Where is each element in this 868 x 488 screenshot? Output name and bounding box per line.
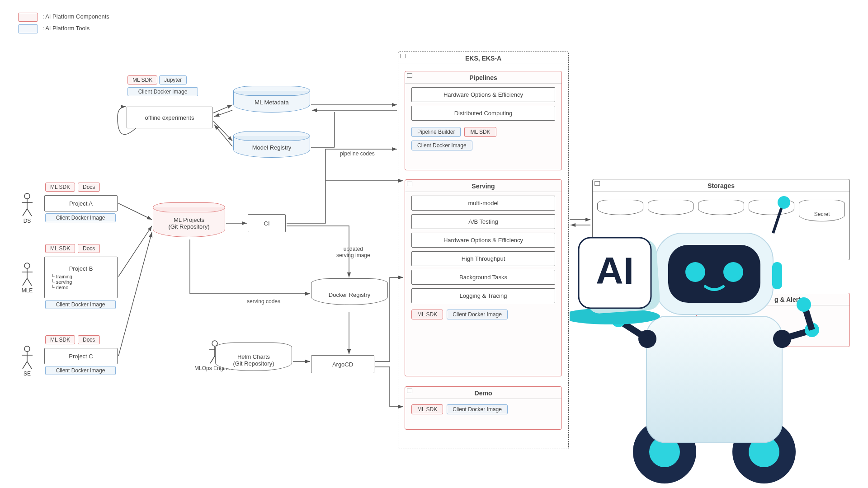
serving-item-throughput: High Throughput: [411, 251, 555, 266]
actor-mle: MLE: [18, 262, 36, 294]
svg-line-28: [118, 203, 152, 220]
label-serving-codes: serving codes: [247, 298, 280, 305]
ml-projects-cylinder: ML Projects (Git Repository): [153, 202, 225, 237]
actor-se: SE: [18, 345, 36, 377]
serving-cluster: Serving multi-model A/B Testing Hardware…: [405, 179, 562, 376]
svg-text:AI: AI: [596, 249, 634, 292]
notch-icon: [400, 54, 406, 58]
project-c-box: Project C: [44, 348, 118, 364]
project-b-label: Project B: [69, 265, 93, 272]
project-b-sub-demo: demo: [56, 285, 69, 290]
ml-projects-label: ML Projects (Git Repository): [168, 216, 209, 230]
svg-line-21: [214, 110, 232, 117]
ml-metadata-cylinder: ML Metadata: [233, 86, 310, 113]
svg-point-43: [685, 262, 705, 282]
legend-tools: : AI Platform Tools: [18, 24, 109, 33]
label-updated-serving: updated serving image: [336, 246, 370, 258]
eks-cluster: EKS, EKS-A Pipelines Hardware Options & …: [398, 52, 569, 449]
project-c-label: Project C: [69, 353, 93, 360]
svg-rect-42: [668, 245, 760, 303]
project-b-docker: Client Docker Image: [45, 300, 116, 309]
pipelines-item-hardware: Hardware Options & Efficiency: [411, 87, 555, 102]
actor-se-label: SE: [24, 371, 31, 377]
argocd-label: ArgoCD: [332, 361, 353, 368]
svg-line-45: [773, 206, 782, 233]
svg-line-20: [213, 105, 232, 113]
tag-ml-sdk: ML SDK: [127, 75, 157, 84]
demo-title: Demo: [405, 387, 561, 399]
legend-components: : AI Platform Components: [18, 13, 109, 22]
demo-docker-tag: Client Docker Image: [447, 404, 508, 414]
project-a-docs: Docs: [78, 183, 100, 192]
svg-line-22: [213, 121, 232, 141]
notch-icon: [407, 73, 412, 78]
serving-docker-tag: Client Docker Image: [447, 310, 508, 319]
notch-icon: [407, 182, 412, 186]
project-b-box: Project B └ training └ serving └ demo: [44, 257, 118, 298]
actor-ds-label: DS: [24, 218, 31, 224]
svg-line-23: [214, 125, 232, 146]
project-a-docker: Client Docker Image: [45, 213, 116, 222]
svg-line-13: [23, 361, 27, 369]
serving-item-logging: Logging & Tracing: [411, 288, 555, 303]
project-a-box: Project A: [44, 195, 118, 211]
label-pipeline-codes: pipeline codes: [340, 150, 375, 157]
docker-registry-cylinder: Docker Registry: [311, 278, 388, 305]
ai-robot-illustration: AI: [570, 127, 859, 488]
project-b-sub-serving: serving: [56, 279, 72, 285]
tag-jupyter: Jupyter: [159, 75, 187, 84]
svg-line-14: [27, 361, 32, 369]
svg-point-5: [24, 263, 30, 268]
svg-point-0: [24, 193, 30, 199]
svg-line-29: [118, 226, 152, 277]
pipelines-sdk-tag: ML SDK: [464, 127, 496, 137]
svg-rect-48: [772, 262, 782, 289]
offline-experiments-label: offline experiments: [145, 114, 194, 121]
ci-label: CI: [264, 220, 270, 227]
legend-swatch-blue: [18, 24, 38, 33]
actor-mle-label: MLE: [22, 287, 33, 294]
project-a-sdk: ML SDK: [45, 183, 75, 192]
docker-registry-label: Docker Registry: [329, 291, 370, 298]
svg-rect-40: [646, 316, 782, 443]
serving-item-multimodel: multi-model: [411, 196, 555, 211]
pipelines-item-distributed: Distributed Computing: [411, 106, 555, 121]
argocd-box: ArgoCD: [311, 355, 374, 373]
legend-swatch-red: [18, 13, 38, 22]
helm-charts-label: Helm Charts (Git Repository): [233, 353, 274, 367]
pipeline-builder-tag: Pipeline Builder: [411, 127, 461, 137]
pipelines-cluster: Pipelines Hardware Options & Efficiency …: [405, 71, 562, 170]
svg-line-9: [27, 278, 32, 286]
pipelines-title: Pipelines: [405, 71, 561, 84]
legend-components-label: : AI Platform Components: [42, 13, 109, 20]
project-c-docker: Client Docker Image: [45, 366, 116, 375]
serving-item-background: Background Tasks: [411, 270, 555, 285]
helm-charts-cylinder: Helm Charts (Git Repository): [215, 343, 292, 371]
offline-experiments-box: offline experiments: [127, 107, 212, 128]
serving-item-abtesting: A/B Testing: [411, 214, 555, 229]
svg-line-4: [27, 209, 32, 216]
tag-client-docker: Client Docker Image: [127, 87, 198, 96]
svg-point-46: [778, 196, 790, 209]
model-registry-cylinder: Model Registry: [233, 131, 310, 158]
serving-title: Serving: [405, 180, 561, 192]
project-c-docs: Docs: [78, 335, 100, 344]
serving-item-hardware: Hardware Options & Efficiency: [411, 233, 555, 248]
ci-box: CI: [248, 214, 286, 232]
demo-sdk-tag: ML SDK: [411, 404, 443, 414]
legend-tools-label: : AI Platform Tools: [42, 25, 90, 32]
svg-line-3: [23, 209, 27, 216]
pipelines-docker-tag: Client Docker Image: [411, 141, 472, 150]
ml-metadata-label: ML Metadata: [255, 99, 288, 106]
svg-point-44: [723, 262, 743, 282]
svg-line-30: [118, 232, 152, 356]
svg-point-10: [24, 346, 30, 352]
project-b-sdk: ML SDK: [45, 244, 75, 253]
svg-point-60: [797, 297, 811, 312]
project-b-docs: Docs: [78, 244, 100, 253]
serving-sdk-tag: ML SDK: [411, 310, 443, 319]
svg-line-18: [210, 356, 215, 363]
eks-title: EKS, EKS-A: [398, 52, 568, 64]
demo-cluster: Demo ML SDK Client Docker Image: [405, 386, 562, 430]
actor-ds: DS: [18, 192, 36, 224]
